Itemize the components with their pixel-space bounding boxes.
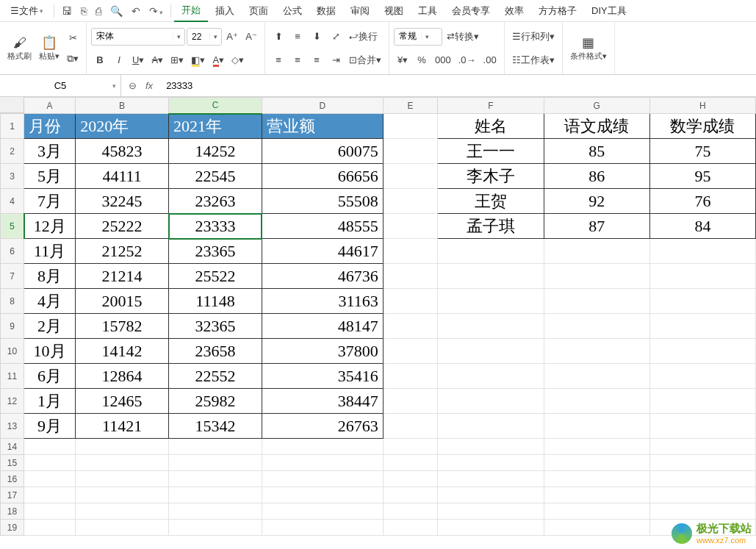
align-middle-button[interactable]: ≡: [289, 28, 306, 46]
format-painter-button[interactable]: 🖌 格式刷: [4, 33, 35, 63]
cell[interactable]: [438, 364, 544, 389]
cell[interactable]: 15342: [169, 414, 262, 439]
cell[interactable]: [649, 289, 755, 314]
tab-efficiency[interactable]: 效率: [497, 0, 531, 22]
cell[interactable]: [438, 520, 544, 536]
cell[interactable]: [383, 114, 438, 139]
cell[interactable]: [383, 487, 438, 503]
cell[interactable]: 86: [544, 164, 649, 189]
spreadsheet-grid[interactable]: ABCDEFGH1月份2020年2021年营业额姓名语文成绩数学成绩23月458…: [0, 97, 756, 549]
cell[interactable]: [544, 389, 649, 414]
indent-button[interactable]: ⇥: [327, 51, 345, 69]
cell[interactable]: [649, 487, 755, 503]
clear-format-button[interactable]: ◇▾: [228, 51, 247, 69]
cell[interactable]: [169, 520, 262, 536]
cell[interactable]: [24, 503, 76, 520]
cell[interactable]: [262, 487, 383, 503]
rowcol-button[interactable]: ☰ 行和列▾: [509, 28, 558, 46]
cell[interactable]: [544, 289, 649, 314]
cell[interactable]: [383, 520, 438, 536]
tab-data[interactable]: 数据: [309, 0, 343, 22]
convert-button[interactable]: ⇄ 转换▾: [444, 28, 482, 46]
row-header[interactable]: 9: [1, 314, 24, 339]
cell[interactable]: [383, 364, 438, 389]
cell[interactable]: [438, 239, 544, 264]
font-size-select[interactable]: 22▾: [187, 28, 222, 46]
cell[interactable]: [544, 487, 649, 503]
print-icon[interactable]: ⎙: [91, 5, 106, 17]
cell[interactable]: [383, 503, 438, 520]
row-header[interactable]: 15: [1, 455, 24, 471]
cell[interactable]: 4月: [24, 289, 76, 314]
currency-button[interactable]: ¥▾: [394, 51, 411, 69]
cell[interactable]: 5月: [24, 164, 76, 189]
formula-input[interactable]: 23333: [160, 80, 756, 91]
cell[interactable]: 23658: [169, 339, 262, 364]
cell[interactable]: [438, 439, 544, 455]
cell[interactable]: 66656: [262, 164, 383, 189]
cell[interactable]: 14252: [169, 139, 262, 164]
cell[interactable]: [262, 439, 383, 455]
cell[interactable]: [438, 487, 544, 503]
cell[interactable]: 王一一: [438, 139, 544, 164]
cell[interactable]: 48555: [262, 214, 383, 239]
cell[interactable]: [76, 487, 169, 503]
cell[interactable]: [383, 339, 438, 364]
cell[interactable]: [438, 471, 544, 487]
align-top-button[interactable]: ⬆: [270, 28, 287, 46]
cell[interactable]: 11148: [169, 289, 262, 314]
cell[interactable]: 44617: [262, 239, 383, 264]
wrap-text-button[interactable]: ⮐ 换行: [346, 28, 381, 46]
column-header-G[interactable]: G: [544, 98, 649, 114]
align-bottom-button[interactable]: ⬇: [308, 28, 325, 46]
cell[interactable]: 10月: [24, 339, 76, 364]
row-header[interactable]: 8: [1, 289, 24, 314]
fx-icon[interactable]: fx: [145, 80, 153, 91]
cell[interactable]: 3月: [24, 139, 76, 164]
comma-button[interactable]: 000: [432, 51, 454, 69]
cell[interactable]: [383, 139, 438, 164]
cell[interactable]: 38447: [262, 389, 383, 414]
cell[interactable]: [76, 520, 169, 536]
row-header[interactable]: 17: [1, 487, 24, 503]
tab-formula[interactable]: 公式: [276, 0, 309, 22]
cell[interactable]: 85: [544, 139, 649, 164]
cell[interactable]: 95: [649, 164, 755, 189]
undo-icon[interactable]: ↶: [127, 5, 145, 17]
cell[interactable]: 75: [649, 139, 755, 164]
cell[interactable]: 12月: [24, 214, 76, 239]
row-header[interactable]: 1: [1, 114, 24, 139]
cell[interactable]: [438, 264, 544, 289]
cell[interactable]: [76, 455, 169, 471]
cell[interactable]: [544, 339, 649, 364]
cell[interactable]: [383, 314, 438, 339]
cell[interactable]: [383, 214, 438, 239]
cell[interactable]: [76, 471, 169, 487]
cell[interactable]: 6月: [24, 364, 76, 389]
cell[interactable]: [544, 520, 649, 536]
cell[interactable]: 14142: [76, 339, 169, 364]
cut-button[interactable]: ✂: [64, 29, 82, 47]
cell[interactable]: [262, 520, 383, 536]
row-header[interactable]: 19: [1, 520, 24, 536]
align-center-button[interactable]: ≡: [289, 51, 306, 69]
save-icon[interactable]: 🖫: [57, 5, 76, 17]
cell[interactable]: 44111: [76, 164, 169, 189]
cell[interactable]: [438, 389, 544, 414]
row-header[interactable]: 12: [1, 389, 24, 414]
cell[interactable]: 22545: [169, 164, 262, 189]
align-right-button[interactable]: ≡: [308, 51, 325, 69]
cell[interactable]: 21252: [76, 239, 169, 264]
cell[interactable]: [262, 503, 383, 520]
cell[interactable]: [24, 520, 76, 536]
font-name-select[interactable]: 宋体▾: [91, 28, 185, 46]
cell[interactable]: 月份: [24, 114, 76, 139]
cell[interactable]: [649, 239, 755, 264]
cell[interactable]: 76: [649, 189, 755, 214]
number-format-select[interactable]: 常规▾: [394, 28, 442, 46]
cell[interactable]: 23263: [169, 189, 262, 214]
cell[interactable]: 46736: [262, 264, 383, 289]
row-header[interactable]: 3: [1, 164, 24, 189]
cell[interactable]: 15782: [76, 314, 169, 339]
cell[interactable]: [262, 455, 383, 471]
